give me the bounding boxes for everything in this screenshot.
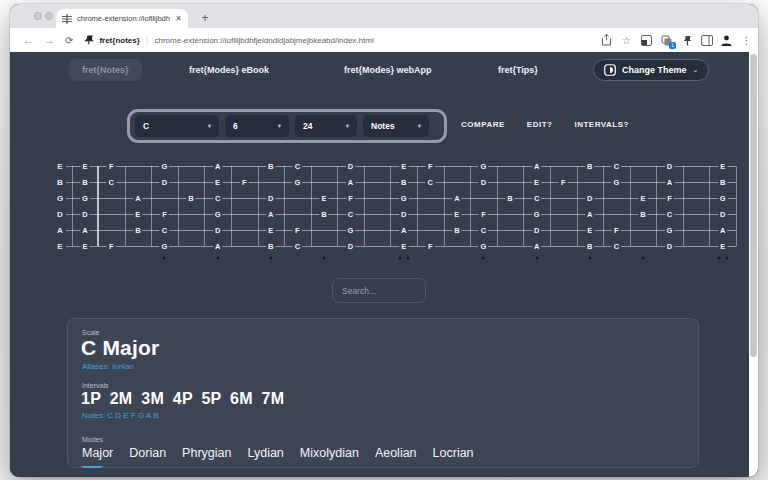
address-bar-url[interactable]: chrome-extension://iofllijbdhfjeldndldja…: [154, 36, 373, 45]
fretboard-note[interactable]: G: [292, 178, 302, 187]
fretboard-note[interactable]: B: [319, 210, 328, 219]
fretboard-note[interactable]: G: [399, 194, 409, 203]
fretboard-note[interactable]: G: [665, 226, 675, 235]
fretboard-note[interactable]: F: [426, 242, 435, 251]
fretboard-note[interactable]: A: [532, 242, 541, 251]
fretboard-note[interactable]: D: [346, 162, 355, 171]
fretboard-note[interactable]: G: [160, 242, 170, 251]
fretboard-note[interactable]: E: [266, 226, 275, 235]
fretboard-note[interactable]: G: [213, 210, 223, 219]
minimize-window-button[interactable]: [45, 12, 53, 20]
pin-icon[interactable]: [680, 34, 693, 47]
fretboard-note[interactable]: C: [612, 242, 621, 251]
fretboard-note[interactable]: F: [479, 210, 488, 219]
fretboard-note[interactable]: B: [266, 242, 275, 251]
mode-tab-major[interactable]: Major: [82, 446, 113, 460]
fretboard-note[interactable]: E: [585, 226, 594, 235]
fretboard-note[interactable]: A: [452, 194, 461, 203]
fretboard-note[interactable]: C: [612, 162, 621, 171]
fretboard-note[interactable]: D: [585, 194, 594, 203]
fretboard-note[interactable]: E: [80, 242, 89, 251]
fretboard-note[interactable]: F: [293, 226, 302, 235]
fretboard-note[interactable]: F: [665, 194, 674, 203]
fretboard-note[interactable]: A: [266, 210, 275, 219]
fretboard-note[interactable]: E: [399, 242, 408, 251]
share-icon[interactable]: [600, 34, 613, 47]
fretboard-note[interactable]: G: [80, 194, 90, 203]
fretboard-note[interactable]: B: [505, 194, 514, 203]
fretboard-note[interactable]: E: [133, 210, 142, 219]
fretboard-note[interactable]: G: [718, 194, 728, 203]
fretboard-note[interactable]: D: [266, 194, 275, 203]
browser-tab[interactable]: chrome-extension://iofllijbdhf ✕: [56, 9, 188, 28]
fretboard-note[interactable]: C: [293, 242, 302, 251]
fretboard-note[interactable]: A: [213, 242, 222, 251]
fretboard-note[interactable]: B: [80, 178, 89, 187]
fretboard-note[interactable]: A: [718, 226, 727, 235]
mode-tab-aeolian[interactable]: Aeolian: [375, 446, 417, 460]
mode-tab-lydian[interactable]: Lydian: [247, 446, 283, 460]
fretboard-note[interactable]: D: [346, 242, 355, 251]
fretboard-note[interactable]: C: [293, 162, 302, 171]
fretboard-note[interactable]: C: [665, 210, 674, 219]
fretboard-note[interactable]: F: [160, 210, 169, 219]
fretboard-note[interactable]: E: [319, 194, 328, 203]
scale-notes-link[interactable]: Notes: C D E F G A B: [82, 411, 158, 420]
fretboard-note[interactable]: D: [160, 178, 169, 187]
fretboard-note[interactable]: D: [532, 226, 541, 235]
scrollbar-thumb[interactable]: [750, 54, 757, 357]
fretboard-note[interactable]: F: [426, 162, 435, 171]
intervals-button[interactable]: INTERVALS?: [574, 120, 628, 129]
fretboard-note[interactable]: C: [532, 194, 541, 203]
fretboard-note[interactable]: C: [479, 226, 488, 235]
fretboard-note[interactable]: B: [452, 226, 461, 235]
nav-link-frettips[interactable]: fret{Tips}: [498, 65, 538, 75]
fretboard-note[interactable]: A: [133, 194, 142, 203]
display-mode-select[interactable]: Notes ▾: [363, 115, 429, 137]
fretboard-note[interactable]: G: [346, 226, 356, 235]
page-scrollbar[interactable]: [749, 52, 758, 477]
fret-count-select[interactable]: 24 ▾: [295, 115, 357, 137]
reload-icon[interactable]: ⟳: [65, 35, 73, 46]
fretboard-note[interactable]: F: [612, 226, 621, 235]
string-count-select[interactable]: 6 ▾: [225, 115, 289, 137]
fretboard-note[interactable]: F: [107, 242, 116, 251]
fretboard-note[interactable]: E: [80, 162, 89, 171]
fretboard-note[interactable]: E: [718, 242, 727, 251]
fretboard-note[interactable]: E: [452, 210, 461, 219]
fretboard-note[interactable]: D: [665, 242, 674, 251]
profile-icon[interactable]: [720, 34, 733, 47]
fretboard-note[interactable]: E: [532, 178, 541, 187]
fretboard-note[interactable]: C: [426, 178, 435, 187]
fretboard-note[interactable]: D: [80, 210, 89, 219]
nav-link-fretmodes-ebook[interactable]: fret{Modes} eBook: [189, 65, 269, 75]
fretboard-note[interactable]: F: [346, 194, 355, 203]
fretboard-note[interactable]: G: [479, 242, 489, 251]
close-window-button[interactable]: [34, 12, 42, 20]
extension-a-icon[interactable]: [640, 34, 653, 47]
forward-icon[interactable]: →: [44, 34, 55, 46]
search-input[interactable]: [332, 278, 426, 303]
back-icon[interactable]: ←: [23, 34, 34, 46]
fretboard-note[interactable]: E: [399, 162, 408, 171]
new-tab-button[interactable]: +: [196, 9, 214, 27]
fretboard-note[interactable]: B: [266, 162, 275, 171]
root-note-select[interactable]: C ▾: [135, 115, 219, 137]
edit-button[interactable]: EDIT?: [527, 120, 553, 129]
fretboard-note[interactable]: A: [665, 178, 674, 187]
side-panel-icon[interactable]: [700, 34, 713, 47]
fretboard-note[interactable]: E: [213, 178, 222, 187]
fretboard-note[interactable]: B: [638, 210, 647, 219]
fretboard-note[interactable]: B: [585, 242, 594, 251]
bookmark-star-icon[interactable]: ☆: [620, 34, 633, 47]
fretboard-note[interactable]: D: [213, 226, 222, 235]
fretboard-note[interactable]: C: [213, 194, 222, 203]
fretboard-note[interactable]: F: [107, 162, 116, 171]
nav-brand-fretnotes[interactable]: fret{Notes}: [69, 59, 142, 81]
fretboard-note[interactable]: D: [665, 162, 674, 171]
fretboard-note[interactable]: E: [638, 194, 647, 203]
fretboard-note[interactable]: C: [346, 210, 355, 219]
fretboard-note[interactable]: B: [186, 194, 195, 203]
fretboard-note[interactable]: D: [479, 178, 488, 187]
compare-button[interactable]: COMPARE: [461, 120, 505, 129]
